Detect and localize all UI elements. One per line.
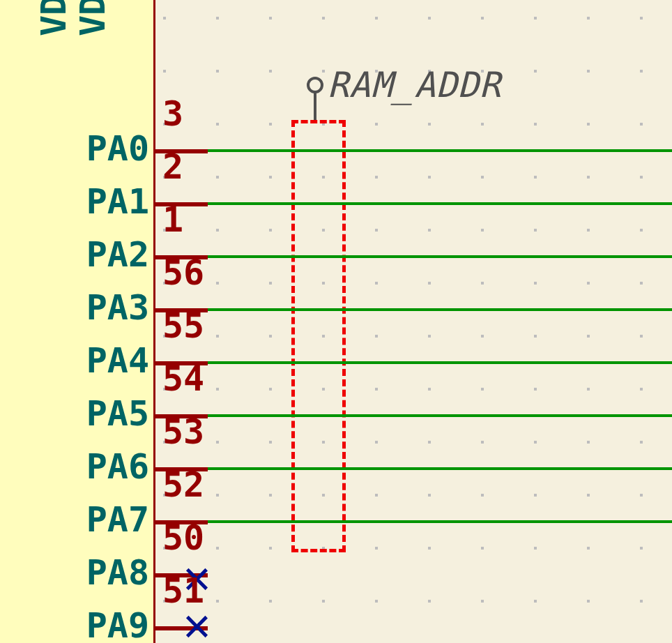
pin-number: 52	[162, 464, 204, 505]
wire[interactable]	[208, 308, 672, 311]
net-label-anchor-icon	[307, 77, 323, 93]
wire[interactable]	[208, 361, 672, 364]
pin-row-pa3[interactable]: PA3 56	[0, 268, 672, 321]
wire[interactable]	[208, 202, 672, 205]
pin-row-pa1[interactable]: PA1 2	[0, 162, 672, 215]
pin-number: 54	[162, 358, 204, 399]
pin-row-pa4[interactable]: PA4 55	[0, 321, 672, 374]
schematic-canvas[interactable]: VDDS VDD RAM_ADDR PA0 3 PA1 2 PA2 1 PA3 …	[0, 0, 672, 643]
pin-number: 1	[162, 199, 183, 240]
pin-number: 53	[162, 411, 204, 452]
pin-row-pa0[interactable]: PA0 3	[0, 109, 672, 162]
pin-number: 56	[162, 252, 204, 293]
pin-number: 2	[162, 146, 183, 187]
pin-number: 55	[162, 305, 204, 346]
wire[interactable]	[208, 149, 672, 152]
pin-row-pa8[interactable]: PA8 50 ×	[0, 533, 672, 586]
wire[interactable]	[208, 520, 672, 523]
wire[interactable]	[208, 255, 672, 258]
pin-row-pa6[interactable]: PA6 53	[0, 427, 672, 480]
pin-row-pa7[interactable]: PA7 52	[0, 480, 672, 533]
no-connect-icon: ×	[183, 598, 211, 643]
pin-row-pa9[interactable]: PA9 51 ×	[0, 586, 672, 639]
pin-number: 3	[162, 93, 183, 134]
wire[interactable]	[208, 414, 672, 417]
wire[interactable]	[208, 467, 672, 470]
power-pin-vdds-label: VDDS	[33, 0, 74, 36]
net-label-text[interactable]: RAM_ADDR	[328, 65, 501, 105]
pin-name: PA9	[0, 605, 149, 643]
power-pin-vdd-label: VDD	[72, 0, 113, 36]
pin-row-pa2[interactable]: PA2 1	[0, 215, 672, 268]
pin-row-pa5[interactable]: PA5 54	[0, 374, 672, 427]
